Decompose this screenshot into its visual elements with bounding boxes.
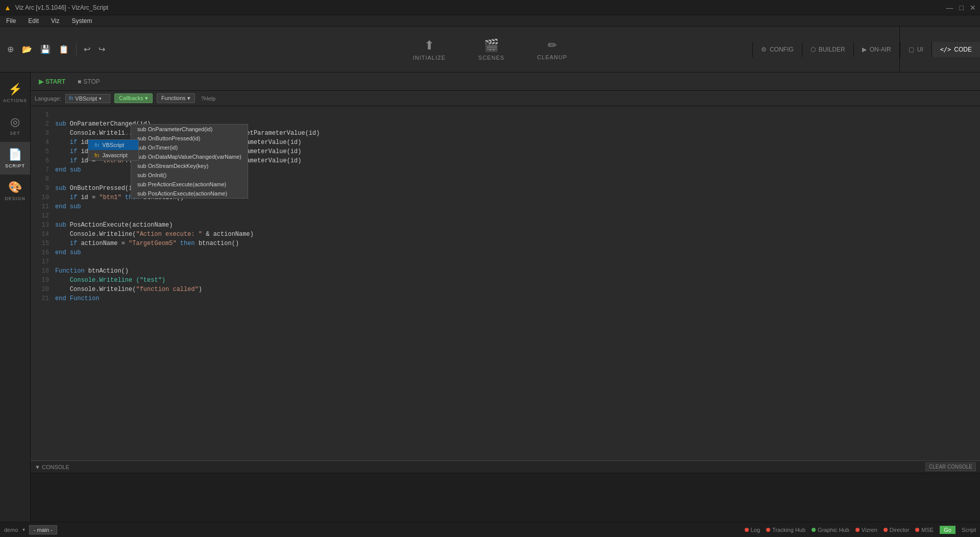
app-logo: ▲ bbox=[4, 4, 11, 12]
callbacks-dropdown: sub OnParameterChanged(id) sub OnButtonP… bbox=[131, 124, 248, 199]
initialize-label: INITIALIZE bbox=[413, 55, 446, 61]
project-name: demo bbox=[4, 527, 18, 533]
console-area: ▼ CONSOLE CLEAR CONSOLE bbox=[31, 460, 980, 522]
play-icon: ▶ bbox=[39, 78, 43, 85]
minimize-button[interactable]: — bbox=[946, 4, 953, 12]
export-button[interactable]: 📋 bbox=[56, 42, 72, 56]
sidebar-item-script[interactable]: 📄 SCRIPT bbox=[0, 142, 30, 175]
main-tab[interactable]: - main - bbox=[29, 525, 57, 534]
undo-button[interactable]: ↩ bbox=[81, 42, 93, 56]
vb-script-icon: fn bbox=[69, 95, 73, 101]
code-label: CODE bbox=[954, 46, 972, 53]
callback-item-4[interactable]: sub OnStreamDeckKey(key) bbox=[131, 161, 248, 170]
status-right: Log Tracking Hub Graphic Hub Vizren Dire… bbox=[745, 526, 976, 534]
close-button[interactable]: ✕ bbox=[970, 4, 976, 12]
save-button[interactable]: 💾 bbox=[37, 42, 54, 56]
cleanup-label: CLEANUP bbox=[537, 54, 567, 60]
log-indicator[interactable]: Log bbox=[745, 527, 760, 533]
go-button[interactable]: Go bbox=[940, 526, 955, 534]
language-dropdown[interactable]: fn VBScript ▾ bbox=[65, 94, 110, 103]
tab-scenes[interactable]: 🎬 SCENES bbox=[472, 34, 510, 65]
graphic-dot bbox=[812, 528, 816, 532]
actions-label: ACTIONS bbox=[3, 98, 27, 103]
lang-option-javascript[interactable]: fn Javascript bbox=[88, 150, 138, 160]
tab-cleanup[interactable]: ✏ CLEANUP bbox=[531, 35, 573, 64]
on-air-tab[interactable]: ▶ ON-AIR bbox=[853, 42, 899, 57]
callback-item-7[interactable]: sub PosActionExecute(actionName) bbox=[131, 189, 248, 198]
log-dot bbox=[745, 528, 749, 532]
set-icon: ◎ bbox=[10, 115, 20, 129]
graphic-hub-label: Graphic Hub bbox=[818, 527, 849, 533]
director-dot bbox=[884, 528, 888, 532]
open-button[interactable]: 📂 bbox=[19, 42, 35, 56]
callback-item-6[interactable]: sub PreActionExecute(actionName) bbox=[131, 180, 248, 189]
divider bbox=[76, 43, 77, 56]
callback-item-5[interactable]: sub OnInit() bbox=[131, 170, 248, 180]
new-button[interactable]: ⊕ bbox=[4, 42, 17, 56]
stop-label: STOP bbox=[83, 78, 100, 85]
js-option-icon: fn bbox=[94, 152, 99, 158]
sidebar-item-design[interactable]: 🎨 DESIGN bbox=[0, 175, 30, 207]
tracking-dot bbox=[766, 528, 770, 532]
cleanup-icon: ✏ bbox=[548, 39, 557, 52]
console-content[interactable] bbox=[31, 473, 980, 522]
graphic-hub-indicator[interactable]: Graphic Hub bbox=[812, 527, 849, 533]
maximize-button[interactable]: □ bbox=[960, 4, 964, 12]
ui-label: UI bbox=[917, 46, 923, 53]
script-indicator[interactable]: Script bbox=[962, 527, 976, 533]
sidebar: ⚡ ACTIONS ◎ SET 📄 SCRIPT 🎨 DESIGN bbox=[0, 72, 31, 522]
toolbar-center: ⬆ INITIALIZE 🎬 SCENES ✏ CLEANUP bbox=[407, 34, 574, 65]
vizren-indicator[interactable]: Vizren bbox=[855, 527, 877, 533]
code-line-21: end Function bbox=[55, 294, 978, 303]
builder-tab[interactable]: ⬡ BUILDER bbox=[802, 42, 853, 57]
script-icon: 📄 bbox=[8, 148, 22, 161]
toolbar-right: ⚙ CONFIG ⬡ BUILDER ▶ ON-AIR ▢ UI </> COD… bbox=[752, 27, 980, 72]
window-controls[interactable]: — □ ✕ bbox=[946, 4, 976, 12]
config-tab[interactable]: ⚙ CONFIG bbox=[752, 42, 802, 57]
sidebar-item-actions[interactable]: ⚡ ACTIONS bbox=[0, 77, 30, 109]
scenes-label: SCENES bbox=[478, 55, 504, 61]
menu-system[interactable]: System bbox=[69, 16, 94, 26]
on-air-icon: ▶ bbox=[862, 46, 867, 53]
on-air-label: ON-AIR bbox=[870, 46, 891, 53]
js-option-label: Javascript bbox=[102, 152, 128, 158]
vb-option-icon: fn bbox=[94, 142, 99, 148]
config-label: CONFIG bbox=[770, 46, 794, 53]
help-button[interactable]: ?Help bbox=[199, 94, 218, 103]
mse-dot bbox=[915, 528, 919, 532]
menu-file[interactable]: File bbox=[4, 16, 18, 26]
scenes-icon: 🎬 bbox=[484, 38, 499, 53]
sidebar-item-set[interactable]: ◎ SET bbox=[0, 109, 30, 142]
callback-item-1[interactable]: sub OnButtonPressed(id) bbox=[131, 134, 248, 143]
functions-button[interactable]: Functions ▾ bbox=[157, 93, 195, 103]
menu-bar: File Edit Viz System bbox=[0, 15, 980, 27]
script-status-label: Script bbox=[962, 527, 976, 533]
mse-indicator[interactable]: MSE bbox=[915, 527, 934, 533]
menu-viz[interactable]: Viz bbox=[49, 16, 61, 26]
ui-icon: ▢ bbox=[909, 46, 914, 53]
app-title: Viz Arc [v1.5.1046] - VizArc_Script bbox=[15, 4, 108, 11]
director-indicator[interactable]: Director bbox=[884, 527, 910, 533]
tab-initialize[interactable]: ⬆ INITIALIZE bbox=[407, 34, 452, 65]
set-label: SET bbox=[10, 131, 20, 136]
callbacks-button[interactable]: Callbacks ▾ bbox=[114, 93, 153, 103]
callback-item-0[interactable]: sub OnParameterChanged(id) bbox=[131, 125, 248, 134]
redo-button[interactable]: ↪ bbox=[95, 42, 108, 56]
stop-button[interactable]: ■ STOP bbox=[74, 77, 104, 86]
clear-console-button[interactable]: CLEAR CONSOLE bbox=[925, 462, 976, 471]
builder-label: BUILDER bbox=[819, 46, 845, 53]
top-toolbar: ⊕ 📂 💾 📋 ↩ ↪ ⬆ INITIALIZE 🎬 SCENES ✏ CLEA… bbox=[0, 27, 980, 72]
callback-item-3[interactable]: sub OnDataMapValueChanged(varName) bbox=[131, 152, 248, 161]
language-dropdown-overlay: fn VBScript fn Javascript bbox=[88, 139, 139, 161]
vizren-label: Vizren bbox=[862, 527, 877, 533]
lang-option-vbscript[interactable]: fn VBScript bbox=[88, 140, 138, 150]
code-line-20: Console.Writeline("function called") bbox=[55, 285, 978, 294]
dropdown-arrow-status: ▾ bbox=[22, 527, 25, 532]
start-button[interactable]: ▶ START bbox=[35, 77, 69, 86]
callback-item-2[interactable]: sub OnTimer(id) bbox=[131, 143, 248, 152]
menu-edit[interactable]: Edit bbox=[26, 16, 41, 26]
tracking-hub-indicator[interactable]: Tracking Hub bbox=[766, 527, 805, 533]
ui-tab[interactable]: ▢ UI bbox=[900, 42, 932, 57]
code-line-16: end sub bbox=[55, 248, 978, 257]
code-tab[interactable]: </> CODE bbox=[932, 42, 980, 57]
